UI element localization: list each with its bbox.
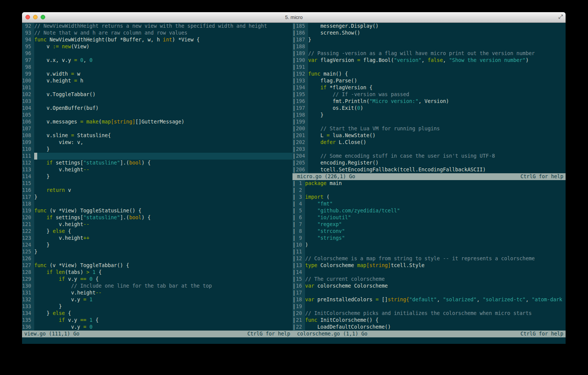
code-line: |197 os.Exit(0) [292, 105, 566, 112]
line-number: 129 [22, 276, 34, 283]
line-number: 188 [296, 43, 308, 50]
split-divider: | [292, 132, 296, 139]
line-number: 130 [22, 283, 34, 290]
editor-pane-colorscheme-go[interactable]: | 1 package main| 2 | 3 import (| 4 "fmt… [292, 180, 566, 331]
statusbar-help-hint: CtrlG for help [247, 331, 290, 337]
split-divider: | [292, 201, 296, 207]
line-number: 111 [22, 153, 34, 160]
split-divider: | [292, 303, 296, 310]
split-divider: | [292, 64, 296, 71]
line-number: 12 [296, 255, 305, 262]
line-number: 96 [22, 50, 34, 57]
line-number: 200 [296, 125, 308, 132]
statusbar-file-info: colorscheme.go (1,1) Go [297, 331, 367, 337]
split-divider: | [292, 146, 296, 153]
traffic-lights [25, 15, 45, 19]
code-line: 121 v.height-- [22, 221, 292, 228]
right-split: |185 messenger.Display()|186 screen.Show… [292, 23, 566, 337]
line-number: 112 [22, 160, 34, 166]
line-number: 114 [22, 173, 34, 180]
line-number: 5 [296, 207, 305, 214]
split-divider: | [292, 248, 296, 255]
code-line: |195 // If -version was passed [292, 91, 566, 98]
code-line: 117 } [22, 194, 292, 201]
line-number: 9 [296, 235, 305, 242]
split-divider: | [292, 105, 296, 112]
line-number: 119 [22, 207, 34, 214]
code-line: | 4 "fmt" [292, 201, 566, 207]
split-divider: | [292, 43, 296, 50]
command-message-line[interactable] [22, 337, 566, 344]
terminal-window: 5. micro ⤢ 92 // NewViewWidthHeight retu… [22, 12, 566, 344]
code-line: |202 defer L.Close() [292, 139, 566, 146]
code-line: | 6 "io/ioutil" [292, 214, 566, 221]
code-line: |188 [292, 43, 566, 50]
line-number: 133 [22, 303, 34, 310]
split-divider: | [292, 125, 296, 132]
split-divider: | [292, 166, 296, 173]
split-divider: | [292, 262, 296, 269]
code-line: 126 [22, 255, 292, 262]
statusbar-micro-go: micro.go (226,1) Go CtrlG for help [292, 173, 566, 180]
editor-pane-micro-go[interactable]: |185 messenger.Display()|186 screen.Show… [292, 23, 566, 173]
code-line: | 5 "github.com/zyedidia/tcell" [292, 207, 566, 214]
code-line: |204 // Some encoding stuff in case the … [292, 153, 566, 160]
line-number: 108 [22, 132, 34, 139]
zoom-button[interactable] [41, 15, 45, 19]
split-divider: | [292, 50, 296, 57]
line-number: 21 [296, 317, 305, 324]
line-number: 104 [22, 105, 34, 112]
line-number: 206 [296, 166, 308, 173]
line-number: 14 [296, 269, 305, 276]
line-number: 127 [22, 262, 34, 269]
code-line: |200 // Start the Lua VM for running plu… [292, 125, 566, 132]
code-line: |206 tcell.SetEncodingFallback(tcell.Enc… [292, 166, 566, 173]
code-line: 102 v.ToggleTabbar() [22, 91, 292, 98]
statusbar-view-go: view.go (111,1) Go CtrlG for help [22, 331, 292, 337]
code-line: |192 func main() { [292, 71, 566, 78]
code-line: | 1 package main [292, 180, 566, 187]
line-number: 186 [296, 30, 308, 36]
code-line: |201 L = lua.NewState() [292, 132, 566, 139]
code-line: 119 func (v *View) ToggleStatusLine() { [22, 207, 292, 214]
code-line: | 7 "regexp" [292, 221, 566, 228]
code-line: 95 v := new(View) [22, 43, 292, 50]
code-line: |185 messenger.Display() [292, 23, 566, 30]
code-line: 133 } [22, 303, 292, 310]
code-line: 94 func NewViewWidthHeight(buf *Buffer, … [22, 36, 292, 43]
line-number: 2 [296, 187, 305, 194]
line-number: 185 [296, 23, 308, 30]
line-number: 194 [296, 84, 308, 91]
resize-arrows-icon[interactable]: ⤢ [558, 13, 563, 20]
line-number: 8 [296, 228, 305, 235]
code-line: |205 encoding.Register() [292, 160, 566, 166]
split-divider: | [292, 98, 296, 105]
window-titlebar[interactable]: 5. micro ⤢ [22, 12, 566, 23]
line-number: 117 [22, 194, 34, 201]
code-line: 124 } [22, 242, 292, 248]
split-divider: | [292, 310, 296, 317]
line-number: 22 [296, 324, 305, 331]
code-line: |10 ) [292, 242, 566, 248]
code-line: |191 [292, 64, 566, 71]
editor-pane-view-go[interactable]: 92 // NewViewWidthHeight returns a new v… [22, 23, 292, 331]
line-number: 4 [296, 201, 305, 207]
minimize-button[interactable] [33, 15, 38, 19]
line-number: 190 [296, 57, 308, 64]
code-line: 115 [22, 180, 292, 187]
code-line: 128 if len(tabs) > 1 { [22, 269, 292, 276]
split-divider: | [292, 119, 296, 125]
close-button[interactable] [25, 15, 30, 19]
line-number: 16 [296, 283, 305, 290]
code-line: 127 func (v *View) ToggleTabbar() { [22, 262, 292, 269]
split-divider: | [292, 269, 296, 276]
code-line: | 3 import ( [292, 194, 566, 201]
line-number: 136 [22, 324, 34, 331]
line-number: 203 [296, 146, 308, 153]
code-line: 98 [22, 64, 292, 71]
code-line: |11 [292, 248, 566, 255]
code-line: |199 [292, 119, 566, 125]
split-divider: | [292, 290, 296, 296]
code-line: 103 [22, 98, 292, 105]
line-number: 113 [22, 166, 34, 173]
